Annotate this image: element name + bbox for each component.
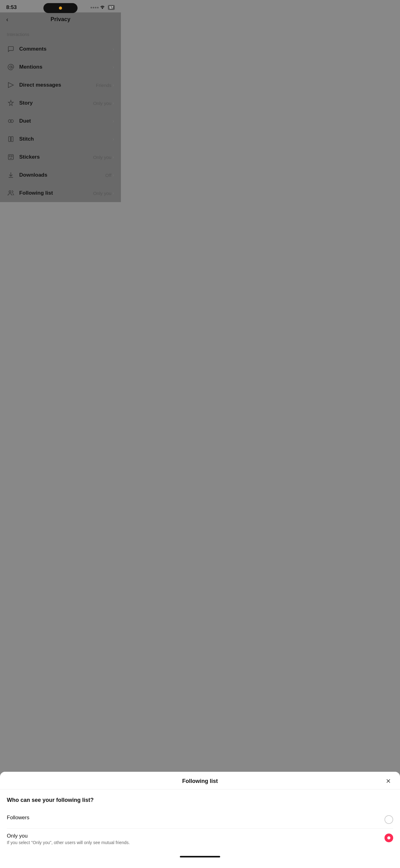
comments-label: Comments: [19, 46, 46, 52]
comment-icon: [7, 45, 15, 53]
stickers-value: Only you: [93, 155, 111, 160]
menu-item-mentions[interactable]: Mentions ›: [0, 58, 121, 76]
download-icon: [7, 171, 15, 179]
stitch-chevron: ›: [112, 136, 114, 142]
sparkle-icon: [7, 99, 15, 107]
menu-item-downloads[interactable]: Downloads Off ›: [0, 166, 121, 184]
stickers-chevron: ›: [112, 155, 114, 160]
main-content: ‹ Privacy Interactions Comments › Mentio…: [0, 12, 121, 202]
svg-point-10: [9, 191, 11, 192]
menu-item-direct-messages[interactable]: Direct messages Friends ›: [0, 76, 121, 94]
story-label: Story: [19, 100, 33, 106]
comments-chevron: ›: [112, 46, 114, 52]
menu-item-stitch[interactable]: Stitch ›: [0, 130, 121, 148]
svg-point-9: [11, 156, 12, 156]
downloads-value: Off: [105, 173, 112, 178]
status-bar: 8:53 57: [0, 0, 121, 12]
following-list-label: Following list: [19, 190, 53, 196]
mentions-chevron: ›: [112, 65, 114, 69]
following-list-chevron: ›: [112, 191, 114, 195]
wifi-icon: [100, 5, 106, 10]
duet-icon: [7, 117, 15, 125]
menu-item-story[interactable]: Story Only you ›: [0, 94, 121, 112]
section-interactions-label: Interactions: [0, 26, 121, 40]
duet-label: Duet: [19, 118, 31, 124]
island-dot: [59, 6, 62, 10]
downloads-chevron: ›: [112, 173, 114, 178]
sticker-icon: [7, 153, 15, 161]
at-icon: [7, 63, 15, 71]
page-title: Privacy: [51, 16, 70, 23]
menu-item-comments[interactable]: Comments ›: [0, 40, 121, 58]
downloads-label: Downloads: [19, 172, 47, 178]
direct-messages-label: Direct messages: [19, 82, 61, 88]
battery-icon: 57: [108, 5, 115, 10]
menu-item-following-list[interactable]: Following list Only you ›: [0, 184, 121, 202]
menu-item-stickers[interactable]: Stickers Only you ›: [0, 148, 121, 166]
people-icon: [7, 189, 15, 197]
dynamic-island-container: [43, 3, 77, 13]
svg-rect-7: [8, 155, 14, 160]
dynamic-island: [43, 3, 77, 13]
svg-point-1: [10, 66, 12, 68]
direct-messages-chevron: ›: [112, 83, 114, 88]
status-right-icons: 57: [91, 5, 115, 10]
stitch-label: Stitch: [19, 136, 34, 142]
stickers-label: Stickers: [19, 154, 40, 160]
direct-messages-value: Friends: [96, 83, 111, 88]
svg-rect-5: [9, 136, 10, 142]
story-chevron: ›: [112, 101, 114, 105]
mentions-label: Mentions: [19, 64, 42, 70]
nav-header: ‹ Privacy: [0, 12, 121, 26]
message-icon: [7, 81, 15, 89]
story-value: Only you: [93, 101, 111, 106]
signal-icon: [91, 7, 99, 8]
svg-rect-6: [11, 136, 13, 142]
stitch-icon: [7, 135, 15, 143]
status-time: 8:53: [6, 4, 17, 10]
back-button[interactable]: ‹: [6, 16, 8, 23]
menu-item-duet[interactable]: Duet ›: [0, 112, 121, 130]
svg-point-8: [9, 156, 10, 156]
svg-marker-2: [8, 83, 14, 88]
svg-point-0: [102, 8, 103, 9]
duet-chevron: ›: [112, 119, 114, 124]
following-list-value: Only you: [93, 191, 111, 196]
